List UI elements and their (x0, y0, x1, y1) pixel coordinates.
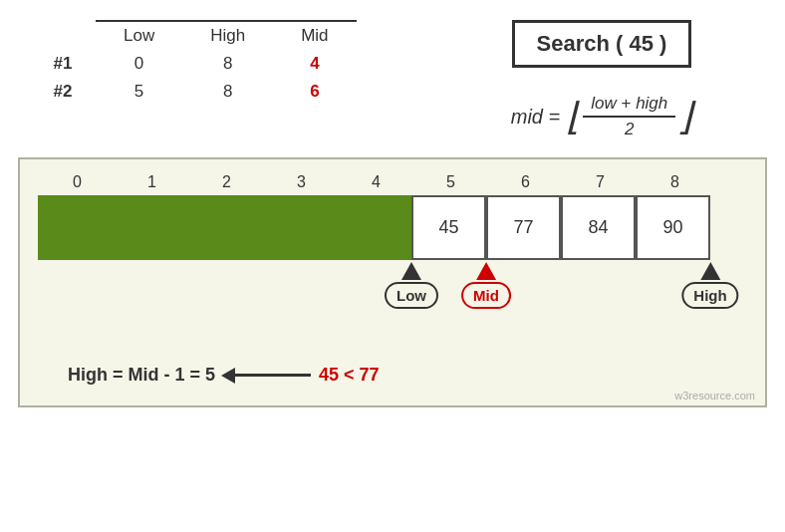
top-section: Low High Mid #1 0 8 4 #2 5 8 6 (0, 0, 785, 149)
high-label-box: High (681, 282, 738, 309)
high-arrow-up (700, 262, 720, 280)
index-6: 6 (488, 173, 563, 191)
index-2: 2 (189, 173, 264, 191)
array-cell-5: 45 (411, 195, 486, 260)
arrow-row: Low Mid High (38, 262, 747, 337)
table-row-1: #1 0 8 4 (40, 50, 357, 78)
index-4: 4 (339, 173, 413, 191)
row1-label: #1 (40, 50, 96, 78)
formula-area: mid = ⌊ low + high 2 ⌋ (511, 94, 693, 139)
array-row: 45 77 84 90 (38, 195, 747, 260)
index-row: 0 1 2 3 4 5 6 7 8 (40, 173, 747, 191)
watermark: w3resource.com (674, 390, 755, 401)
row2-low: 5 (96, 78, 182, 106)
formula-fraction: low + high 2 (583, 94, 675, 139)
table-row-2: #2 5 8 6 (40, 78, 357, 106)
high-col-header: High (182, 21, 273, 50)
bottom-text: High = Mid - 1 = 5 45 < 77 (38, 365, 747, 386)
low-arrow-up (401, 262, 421, 280)
left-arrow-icon (231, 374, 311, 377)
row2-high: 8 (182, 78, 273, 106)
row1-low: 0 (96, 50, 182, 78)
array-cell-8: 90 (636, 195, 710, 260)
array-cell-7: 84 (561, 195, 636, 260)
array-cell-6: 77 (486, 195, 561, 260)
low-label-box: Low (385, 282, 438, 309)
mid-arrow-up (476, 262, 496, 280)
index-8: 8 (638, 173, 712, 191)
low-col-header: Low (96, 21, 182, 50)
mid-label-box: Mid (461, 282, 511, 309)
formula-lhs: mid = (511, 106, 560, 129)
bottom-text-bold: High = Mid - 1 = 5 (68, 365, 215, 386)
right-floor-bracket: ⌋ (677, 98, 692, 135)
table-area: Low High Mid #1 0 8 4 #2 5 8 6 (20, 10, 438, 139)
mid-col-header: Mid (273, 21, 356, 50)
high-arrow-label: High (681, 262, 738, 309)
index-5: 5 (413, 173, 488, 191)
search-box-area: Search ( 45 ) mid = ⌊ low + high 2 ⌋ (438, 10, 765, 139)
index-7: 7 (563, 173, 638, 191)
index-0: 0 (40, 173, 115, 191)
low-arrow-label: Low (385, 262, 438, 309)
left-floor-bracket: ⌊ (566, 98, 581, 135)
label-col-header (40, 21, 96, 50)
formula-denominator: 2 (617, 118, 642, 139)
index-1: 1 (115, 173, 189, 191)
data-table: Low High Mid #1 0 8 4 #2 5 8 6 (40, 20, 357, 106)
row2-label: #2 (40, 78, 96, 106)
array-section: 0 1 2 3 4 5 6 7 8 45 77 84 90 Low Mid Hi… (18, 157, 767, 407)
row2-mid: 6 (273, 78, 356, 106)
index-3: 3 (264, 173, 339, 191)
search-box: Search ( 45 ) (512, 20, 692, 68)
mid-arrow-label: Mid (461, 262, 511, 309)
formula-numerator: low + high (583, 94, 675, 118)
row1-mid: 4 (273, 50, 356, 78)
array-green-cells (38, 195, 411, 260)
bottom-condition: 45 < 77 (319, 365, 380, 386)
row1-high: 8 (182, 50, 273, 78)
